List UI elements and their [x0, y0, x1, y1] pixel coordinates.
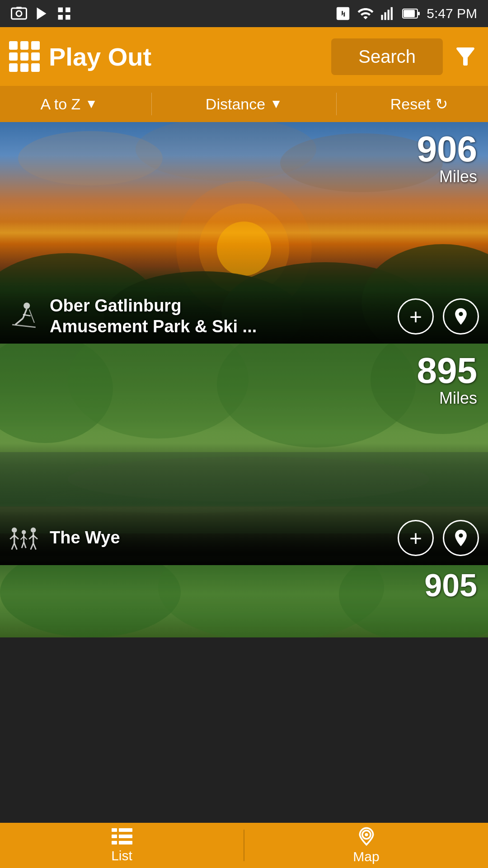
reset-label: Reset: [390, 95, 431, 113]
nav-list-button[interactable]: List: [0, 823, 244, 868]
wifi-icon: [357, 5, 374, 22]
reset-button[interactable]: Reset ↻: [390, 95, 448, 113]
svg-line-43: [14, 543, 17, 550]
card-1-distance: 906 Miles: [417, 131, 477, 186]
svg-line-27: [15, 318, 23, 325]
svg-marker-3: [37, 8, 47, 20]
sort-bar: A to Z ▼ Distance ▼ Reset ↻: [0, 86, 488, 122]
clock: 5:47 PM: [427, 6, 477, 21]
card-1-distance-unit: Miles: [417, 167, 477, 186]
nav-map-button[interactable]: Map: [244, 823, 488, 868]
card-1-distance-num: 906: [417, 131, 477, 167]
card-2-location-button[interactable]: [443, 520, 479, 556]
svg-rect-2: [16, 7, 22, 9]
card-2: 895 Miles The Wye +: [0, 344, 488, 565]
card-2-distance-unit: Miles: [417, 389, 477, 408]
svg-line-26: [23, 309, 27, 318]
signal-icon: [380, 6, 396, 21]
list-icon: [112, 827, 132, 845]
card-2-add-button[interactable]: +: [398, 520, 434, 556]
sort-az-button[interactable]: A to Z ▼: [40, 95, 98, 113]
svg-rect-6: [58, 15, 63, 20]
card-1-footer: Ober GatlinburgAmusement Park & Ski ... …: [0, 289, 488, 344]
svg-point-50: [31, 528, 36, 533]
svg-rect-13: [418, 12, 420, 15]
sort-distance-label: Distance: [206, 95, 265, 113]
svg-rect-59: [112, 828, 117, 832]
svg-rect-5: [66, 8, 70, 13]
svg-point-56: [0, 565, 181, 637]
sort-distance-arrow: ▼: [270, 97, 282, 111]
svg-rect-11: [391, 7, 393, 20]
svg-point-66: [365, 833, 368, 836]
card-2-title[interactable]: The Wye: [50, 528, 389, 548]
svg-line-54: [31, 543, 33, 550]
svg-rect-4: [58, 8, 63, 13]
svg-point-38: [12, 528, 17, 533]
svg-line-49: [24, 542, 26, 548]
card-3-scene: [0, 565, 488, 637]
card-3-distance-num: 905: [424, 570, 477, 601]
nfc-icon: [335, 6, 351, 21]
battery-icon: [402, 7, 420, 20]
sort-az-label: A to Z: [40, 95, 80, 113]
reset-icon: ↻: [435, 95, 448, 113]
svg-line-29: [12, 325, 36, 327]
svg-rect-60: [119, 828, 132, 832]
card-1-category-icon: [9, 301, 41, 332]
grid-menu-icon[interactable]: [9, 41, 40, 72]
card-1-location-button[interactable]: [443, 298, 479, 335]
card-1: 906 Miles Ober GatlinburgAmusement Park …: [0, 122, 488, 344]
card-2-category-icon: [9, 522, 41, 554]
svg-rect-10: [388, 10, 389, 20]
svg-point-36: [45, 486, 316, 513]
sort-divider-1: [151, 93, 152, 115]
svg-rect-0: [12, 8, 27, 19]
play-icon: [33, 5, 50, 22]
sort-divider-2: [336, 93, 337, 115]
status-bar: 5:47 PM: [0, 0, 488, 27]
svg-line-55: [33, 543, 36, 550]
nav-list-label: List: [111, 848, 132, 863]
search-button[interactable]: Search: [331, 38, 443, 75]
svg-point-25: [23, 302, 30, 309]
bottom-nav: List Map: [0, 823, 488, 868]
svg-line-42: [12, 543, 14, 550]
svg-rect-14: [404, 10, 415, 17]
card-3-image[interactable]: [0, 565, 488, 637]
status-left-icons: [11, 5, 72, 22]
apps-icon: [56, 5, 72, 22]
status-right-icons: 5:47 PM: [335, 5, 477, 22]
svg-rect-9: [385, 12, 386, 20]
card-1-location-icon: [451, 307, 471, 326]
svg-rect-61: [112, 835, 117, 838]
photo-icon: [11, 5, 27, 22]
sort-distance-button[interactable]: Distance ▼: [206, 95, 282, 113]
card-1-title[interactable]: Ober GatlinburgAmusement Park & Ski ...: [50, 296, 389, 337]
svg-point-1: [16, 11, 22, 16]
sort-az-arrow: ▼: [85, 97, 98, 111]
filter-button[interactable]: [452, 43, 479, 70]
svg-point-37: [68, 457, 429, 502]
svg-rect-8: [381, 15, 383, 20]
card-2-distance: 895 Miles: [417, 353, 477, 408]
card-2-location-icon: [451, 528, 471, 548]
card-1-add-button[interactable]: +: [398, 298, 434, 335]
card-2-distance-num: 895: [417, 353, 477, 389]
card-3: 905: [0, 565, 488, 637]
nav-map-label: Map: [353, 849, 379, 864]
map-icon: [357, 826, 376, 846]
card-2-footer: The Wye +: [0, 511, 488, 565]
app-title: Play Out: [49, 42, 322, 71]
svg-rect-63: [112, 841, 117, 844]
app-header: Play Out Search: [0, 27, 488, 86]
svg-point-44: [22, 530, 26, 534]
svg-rect-7: [66, 15, 70, 20]
svg-rect-64: [119, 841, 132, 844]
card-3-distance: 905: [424, 570, 477, 601]
filter-icon: [452, 43, 479, 70]
svg-rect-62: [119, 835, 132, 838]
